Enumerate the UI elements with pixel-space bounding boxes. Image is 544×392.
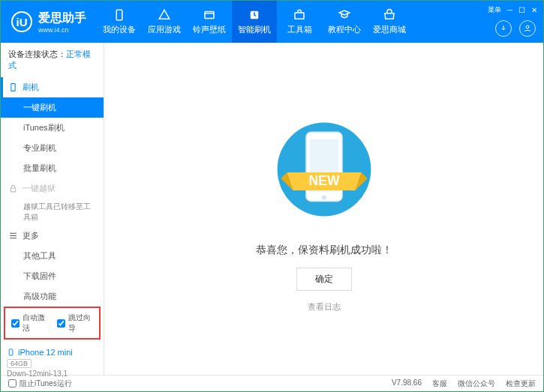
sub-other-tools[interactable]: 其他工具 — [1, 246, 104, 266]
chk-skip-guide-input[interactable] — [57, 319, 65, 328]
svg-point-4 — [526, 25, 529, 28]
nav-label: 铃声壁纸 — [193, 24, 226, 35]
chk-auto-activate[interactable]: 自动激活 — [11, 313, 48, 334]
phone-icon — [7, 347, 15, 358]
app-header: iU 爱思助手 www.i4.cn 我的设备 应用游戏 铃声壁纸 智能刷机 工具… — [1, 1, 543, 43]
maximize-icon[interactable]: ☐ — [518, 6, 525, 14]
version: V7.98.66 — [392, 379, 422, 389]
section-flash[interactable]: 刷机 — [1, 77, 104, 97]
logo-area: iU 爱思助手 www.i4.cn — [1, 10, 97, 34]
nav-smart-flash[interactable]: 智能刷机 — [232, 1, 277, 43]
menu-icon[interactable]: 菜单 — [488, 5, 501, 15]
sub-advanced[interactable]: 高级功能 — [1, 286, 104, 307]
logo-icon: iU — [11, 11, 32, 32]
header-action-icons — [495, 20, 536, 37]
user-icon[interactable] — [519, 20, 536, 37]
section-title: 刷机 — [23, 82, 39, 93]
window-controls: 菜单 ─ ☐ ✕ — [488, 5, 537, 15]
success-illustration: NEW — [264, 106, 384, 233]
nav-tutorials[interactable]: 教程中心 — [322, 1, 367, 43]
download-icon[interactable] — [495, 20, 512, 37]
check-update-link[interactable]: 检查更新 — [506, 379, 536, 389]
device-capacity: 64GB — [7, 359, 32, 368]
nav-toolbox[interactable]: 工具箱 — [277, 1, 322, 43]
device-model: Down-12mini-13,1 — [7, 370, 98, 378]
svg-rect-6 — [11, 188, 16, 192]
lock-icon — [8, 184, 18, 193]
chk-auto-activate-input[interactable] — [11, 319, 20, 328]
svg-rect-1 — [205, 12, 214, 19]
block-itunes[interactable]: 阻止iTunes运行 — [8, 379, 72, 389]
section-more[interactable]: 更多 — [1, 226, 104, 246]
chk-label: 跳过向导 — [68, 313, 94, 334]
sub-batch-flash[interactable]: 批量刷机 — [1, 158, 104, 178]
sub-download-firmware[interactable]: 下载固件 — [1, 266, 104, 286]
device-name-row: iPhone 12 mini — [7, 347, 98, 358]
nav-apps-games[interactable]: 应用游戏 — [142, 1, 187, 43]
sub-pro-flash[interactable]: 专业刷机 — [1, 138, 104, 158]
nav-label: 智能刷机 — [238, 24, 271, 35]
sub-one-click-flash[interactable]: 一键刷机 — [1, 97, 104, 118]
section-title: 更多 — [23, 230, 39, 241]
section-jailbreak[interactable]: 一键越狱 — [1, 178, 104, 199]
block-itunes-checkbox[interactable] — [8, 379, 17, 388]
nav-store[interactable]: 爱思商城 — [367, 1, 412, 43]
section-title: 一键越狱 — [23, 183, 56, 194]
svg-rect-7 — [9, 349, 13, 355]
status-label: 设备连接状态： — [8, 49, 66, 58]
new-badge-text: NEW — [308, 172, 339, 187]
app-url: www.i4.cn — [38, 26, 86, 34]
device-name: iPhone 12 mini — [18, 348, 73, 357]
nav-label: 工具箱 — [287, 24, 312, 35]
list-icon — [8, 231, 18, 241]
nav-label: 教程中心 — [328, 24, 361, 35]
success-message: 恭喜您，保资料刷机成功啦！ — [256, 244, 392, 257]
phone-icon — [8, 82, 18, 92]
svg-point-11 — [321, 195, 326, 199]
sub-itunes-flash[interactable]: iTunes刷机 — [1, 118, 104, 138]
chk-label: 自动激活 — [23, 313, 48, 334]
nav-label: 我的设备 — [103, 24, 136, 35]
nav-ringtones[interactable]: 铃声壁纸 — [187, 1, 232, 43]
minimize-icon[interactable]: ─ — [507, 6, 512, 14]
nav-label: 应用游戏 — [148, 24, 181, 35]
main-nav: 我的设备 应用游戏 铃声壁纸 智能刷机 工具箱 教程中心 爱思商城 — [97, 1, 543, 43]
nav-my-device[interactable]: 我的设备 — [97, 1, 142, 43]
sidebar: 设备连接状态：正常模式 刷机 一键刷机 iTunes刷机 专业刷机 批量刷机 一… — [1, 43, 104, 375]
svg-rect-5 — [11, 84, 15, 91]
svg-rect-3 — [295, 13, 304, 19]
svg-rect-0 — [116, 10, 122, 20]
checkbox-row: 自动激活 跳过向导 — [4, 307, 101, 340]
nav-label: 爱思商城 — [373, 24, 406, 35]
wechat-link[interactable]: 微信公众号 — [458, 379, 495, 389]
jailbreak-note: 越狱工具已转移至工具箱 — [1, 199, 104, 226]
device-status: 设备连接状态：正常模式 — [1, 43, 104, 77]
app-name: 爱思助手 — [38, 10, 86, 26]
block-itunes-label: 阻止iTunes运行 — [20, 379, 72, 389]
support-link[interactable]: 客服 — [432, 379, 447, 389]
close-icon[interactable]: ✕ — [531, 6, 537, 14]
view-log-link[interactable]: 查看日志 — [308, 301, 341, 313]
chk-skip-guide[interactable]: 跳过向导 — [57, 313, 94, 334]
main-content: NEW 恭喜您，保资料刷机成功啦！ 确定 查看日志 — [104, 43, 543, 375]
ok-button[interactable]: 确定 — [296, 268, 352, 291]
